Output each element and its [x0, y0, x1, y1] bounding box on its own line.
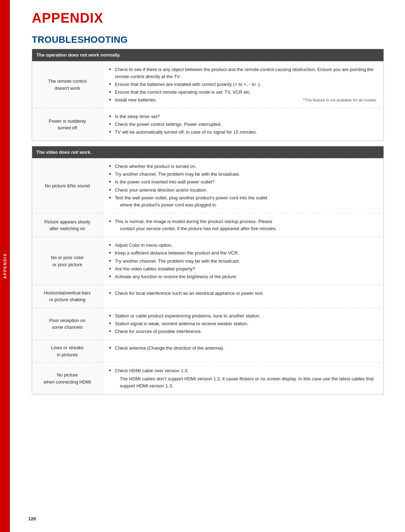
- table-row: Picture appears slowlyafter switching on…: [32, 213, 384, 237]
- list-item: Try another channel. The problem may be …: [109, 170, 377, 178]
- table-row: Poor reception onsome channels Station o…: [32, 308, 384, 340]
- content-remote-control: Check to see if there is any object betw…: [103, 61, 384, 109]
- table-video: The video does not work. No picture &No …: [32, 146, 384, 394]
- list-item: The HDMI cables don't support HDMI versi…: [109, 375, 377, 390]
- page-number: 120: [28, 516, 36, 521]
- table-row: The remote controldoesn't work Check to …: [32, 61, 384, 109]
- table-row: Horizontal/vertical barsor picture shaki…: [32, 285, 384, 308]
- list-remote-control: Check to see if there is any object betw…: [109, 66, 377, 104]
- list-lines-streaks: Check antenna (Change the direction of t…: [109, 344, 377, 352]
- list-bars-shaking: Check for local interference such as an …: [109, 290, 377, 297]
- list-item: This is normal, the image is muted durin…: [109, 218, 377, 233]
- table-row: No picturewhen connecting HDMI Check HDM…: [32, 363, 384, 394]
- content-picture-slowly: This is normal, the image is muted durin…: [103, 213, 384, 237]
- label-bars-shaking: Horizontal/vertical barsor picture shaki…: [32, 285, 103, 308]
- list-power-off: Is the sleep timer set? Check the power …: [109, 113, 377, 136]
- page-title: APPENDIX: [32, 11, 384, 26]
- list-item: Check whether the product is turned on.: [109, 163, 377, 170]
- content-poor-color: Adjust Color in menu option. Keep a suff…: [103, 237, 384, 285]
- content-lines-streaks: Check antenna (Change the direction of t…: [103, 340, 384, 363]
- table-row: No picture &No sound Check whether the p…: [32, 158, 384, 214]
- section-title: TROUBLESHOOTING: [32, 34, 384, 45]
- list-no-picture-no-sound: Check whether the product is turned on. …: [109, 163, 377, 209]
- label-power-off: Power is suddenlyturned off: [32, 109, 103, 141]
- table-row: No or poor coloror poor picture Adjust C…: [32, 237, 384, 285]
- list-item: Check your antenna direction and/or loca…: [109, 186, 377, 194]
- table-row: Power is suddenlyturned off Is the sleep…: [32, 109, 384, 141]
- list-item: Check to see if there is any object betw…: [109, 66, 377, 81]
- sidebar-label: APPENDIX: [3, 253, 7, 279]
- list-item: Station or cable product experiencing pr…: [109, 312, 377, 320]
- list-picture-slowly: This is normal, the image is muted durin…: [109, 218, 377, 233]
- list-item: Station signal is weak, reorient antenna…: [109, 320, 377, 328]
- list-item: Check the power control settings. Power …: [109, 121, 377, 128]
- list-poor-reception: Station or cable product experiencing pr…: [109, 312, 377, 335]
- content-power-off: Is the sleep timer set? Check the power …: [103, 109, 384, 141]
- left-sidebar: APPENDIX: [0, 0, 10, 532]
- list-item: Check for local interference such as an …: [109, 290, 377, 297]
- table-header-row: The video does not work.: [32, 146, 384, 158]
- list-item: Is the power cord inserted into wall pow…: [109, 178, 377, 186]
- label-remote-control: The remote controldoesn't work: [32, 61, 103, 109]
- label-lines-streaks: Lines or streaksin pictures: [32, 340, 103, 363]
- list-item: Test the wall power outlet, plug another…: [109, 194, 377, 209]
- label-picture-slowly: Picture appears slowlyafter switching on: [32, 213, 103, 237]
- label-no-picture-no-sound: No picture &No sound: [32, 158, 103, 214]
- list-item: Try another channel. The problem may be …: [109, 257, 377, 265]
- table-row: Lines or streaksin pictures Check antenn…: [32, 340, 384, 363]
- table-header-row: The operation does not work normally.: [32, 49, 384, 62]
- list-item: Keep a sufficient distance between the p…: [109, 249, 377, 257]
- list-item: Ensure that the batteries are installed …: [109, 81, 377, 88]
- list-item: Check antenna (Change the direction of t…: [109, 344, 377, 352]
- list-item: TV will be automatically turned off, in …: [109, 128, 377, 136]
- list-poor-color: Adjust Color in menu option. Keep a suff…: [109, 241, 377, 281]
- content-bars-shaking: Check for local interference such as an …: [103, 285, 384, 308]
- content-poor-reception: Station or cable product experiencing pr…: [103, 308, 384, 340]
- table-operation: The operation does not work normally. Th…: [32, 49, 384, 141]
- content-no-picture-no-sound: Check whether the product is turned on. …: [103, 158, 384, 214]
- list-item: Are the video cables installed properly?: [109, 265, 377, 273]
- list-item: Install new batteries. *This feature is …: [109, 96, 377, 104]
- list-item: Check for sources of possible interferen…: [109, 328, 377, 335]
- label-poor-reception: Poor reception onsome channels: [32, 308, 103, 340]
- label-no-picture-hdmi: No picturewhen connecting HDMI: [32, 363, 103, 394]
- list-item: Is the sleep timer set?: [109, 113, 377, 121]
- list-item: Check HDMI cable over version 1.3.: [109, 367, 377, 375]
- list-no-picture-hdmi: Check HDMI cable over version 1.3. The H…: [109, 367, 377, 390]
- note-text: *This feature is not available for all m…: [303, 97, 377, 103]
- table-header-operation: The operation does not work normally.: [32, 49, 384, 62]
- list-item: Activate any function to restore the bri…: [109, 273, 377, 281]
- content-no-picture-hdmi: Check HDMI cable over version 1.3. The H…: [103, 363, 384, 394]
- table-header-video: The video does not work.: [32, 146, 384, 158]
- list-item: Adjust Color in menu option.: [109, 241, 377, 249]
- label-poor-color: No or poor coloror poor picture: [32, 237, 103, 285]
- list-item: Ensure that the correct remote operating…: [109, 88, 377, 96]
